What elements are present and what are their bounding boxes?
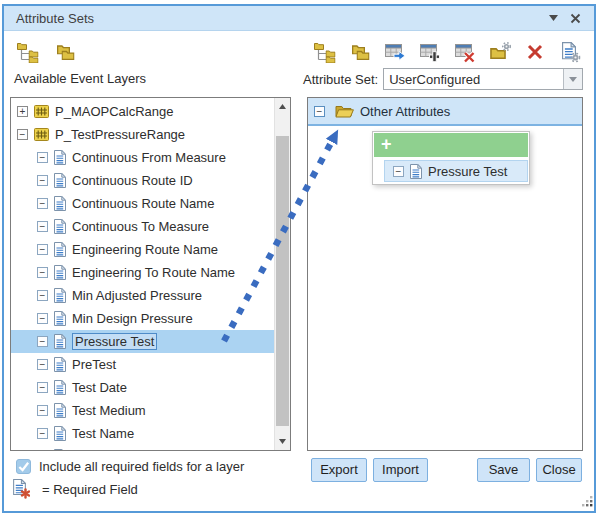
tree-item[interactable]: − Min Adjusted Pressure — [11, 284, 274, 307]
include-required-fields-checkbox[interactable] — [16, 459, 31, 474]
remove-table-icon[interactable] — [453, 40, 477, 64]
tree-item[interactable]: − P_TestPressureRange — [11, 123, 274, 146]
expand-toggle[interactable]: − — [37, 152, 48, 163]
tree-item-label: Pressure Test — [72, 333, 157, 350]
field-doc-icon — [410, 164, 422, 179]
drag-ghost: + − Pressure Test — [372, 131, 530, 185]
drop-indicator: + — [374, 133, 528, 157]
attribute-set-dropdown[interactable]: UserConfigured — [383, 68, 583, 90]
tree-item-label: P_MAOPCalcRange — [55, 104, 174, 119]
field-doc-icon — [54, 150, 66, 165]
scroll-up-icon[interactable] — [275, 99, 290, 114]
add-attribute-tree-icon[interactable] — [16, 40, 40, 64]
expand-toggle[interactable]: − — [37, 290, 48, 301]
event-layer-icon — [34, 105, 49, 118]
import-button[interactable]: Import — [373, 458, 428, 482]
report-settings-icon[interactable] — [558, 40, 582, 64]
scroll-down-icon[interactable] — [275, 434, 290, 449]
expand-toggle[interactable]: − — [37, 198, 48, 209]
field-doc-icon — [54, 334, 66, 349]
expand-toggle[interactable]: − — [37, 175, 48, 186]
open-folder-icon — [335, 104, 354, 118]
tree-item[interactable]: − Test Type — [11, 445, 274, 451]
expand-toggle[interactable]: − — [37, 313, 48, 324]
title-bar: Attribute Sets — [4, 6, 594, 31]
toolbar-right — [313, 40, 582, 64]
required-field-legend: = Required Field — [13, 479, 138, 499]
drag-ghost-label: Pressure Test — [428, 164, 507, 179]
expand-toggle[interactable]: − — [37, 382, 48, 393]
tree-item-label: Test Name — [72, 426, 134, 441]
close-icon[interactable] — [564, 8, 586, 28]
open-folder-icon[interactable] — [53, 40, 77, 64]
tree-item[interactable]: − Test Name — [11, 422, 274, 445]
tree-item-label: Test Date — [72, 380, 127, 395]
expand-toggle[interactable]: − — [37, 359, 48, 370]
resize-grip[interactable] — [582, 495, 593, 510]
expand-toggle[interactable]: − — [37, 267, 48, 278]
field-doc-icon — [54, 449, 66, 451]
window-title: Attribute Sets — [16, 11, 542, 26]
check-icon — [17, 460, 30, 473]
add-table-icon[interactable] — [418, 40, 442, 64]
open-folder-icon[interactable] — [348, 40, 372, 64]
delete-icon[interactable] — [523, 40, 547, 64]
field-doc-icon — [54, 357, 66, 372]
tree-item[interactable]: − PreTest — [11, 353, 274, 376]
expand-toggle: − — [393, 166, 404, 177]
tree-item[interactable]: − Engineering To Route Name — [11, 261, 274, 284]
dropdown-arrow-icon[interactable] — [563, 69, 582, 89]
tree-item[interactable]: − Continuous To Measure — [11, 215, 274, 238]
tree-item[interactable]: − Continuous Route ID — [11, 169, 274, 192]
tree-item-label: Min Adjusted Pressure — [72, 288, 202, 303]
attribute-set-group: Attribute Set: UserConfigured — [303, 68, 583, 90]
tree-item[interactable]: − Test Medium — [11, 399, 274, 422]
expand-toggle[interactable]: − — [37, 428, 48, 439]
tree-item-label: Continuous To Measure — [72, 219, 209, 234]
expand-toggle[interactable]: − — [37, 244, 48, 255]
available-event-layers-tree: + P_MAOPCalcRange − P_TestPressureRange … — [10, 97, 291, 451]
attribute-set-value: UserConfigured — [384, 69, 563, 89]
expand-toggle[interactable]: − — [17, 129, 28, 140]
tree: + P_MAOPCalcRange − P_TestPressureRange … — [11, 100, 274, 451]
tree-item[interactable]: − Engineering Route Name — [11, 238, 274, 261]
toolbar-left — [16, 40, 77, 64]
tree-item-label: Continuous Route Name — [72, 196, 214, 211]
field-doc-icon — [54, 380, 66, 395]
add-attribute-tree-icon[interactable] — [313, 40, 337, 64]
close-button[interactable]: Close — [536, 458, 582, 482]
group-other-attributes[interactable]: − Other Attributes — [308, 98, 582, 126]
export-table-icon[interactable] — [383, 40, 407, 64]
scrollbar-thumb[interactable] — [276, 136, 289, 426]
tree-item-label: P_TestPressureRange — [55, 127, 185, 142]
available-event-layers-label: Available Event Layers — [14, 71, 146, 86]
drag-ghost-item: − Pressure Test — [384, 160, 528, 182]
field-doc-icon — [54, 403, 66, 418]
required-field-icon — [13, 479, 30, 499]
field-doc-icon — [54, 426, 66, 441]
expand-toggle[interactable]: − — [314, 106, 325, 117]
include-required-fields-label: Include all required fields for a layer — [39, 459, 244, 474]
expand-toggle[interactable]: − — [37, 336, 48, 347]
expand-toggle[interactable]: − — [37, 405, 48, 416]
tree-item[interactable]: + P_MAOPCalcRange — [11, 100, 274, 123]
tree-item[interactable]: − Continuous Route Name — [11, 192, 274, 215]
export-button[interactable]: Export — [311, 458, 367, 482]
field-doc-icon — [54, 173, 66, 188]
tree-item[interactable]: − Test Date — [11, 376, 274, 399]
tree-item[interactable]: − Min Design Pressure — [11, 307, 274, 330]
collapse-icon[interactable] — [542, 8, 564, 28]
new-folder-icon[interactable] — [488, 40, 512, 64]
field-doc-icon — [54, 311, 66, 326]
required-field-legend-text: = Required Field — [42, 482, 138, 497]
tree-item[interactable]: − Continuous From Measure — [11, 146, 274, 169]
event-layer-icon — [34, 128, 49, 141]
group-label: Other Attributes — [360, 104, 450, 119]
expand-toggle[interactable]: + — [17, 106, 28, 117]
field-doc-icon — [54, 196, 66, 211]
include-required-fields-row: Include all required fields for a layer — [16, 459, 244, 474]
save-button[interactable]: Save — [477, 458, 530, 482]
expand-toggle[interactable]: − — [37, 221, 48, 232]
vertical-scrollbar[interactable] — [274, 98, 290, 450]
tree-item-selected[interactable]: − Pressure Test — [11, 330, 274, 353]
